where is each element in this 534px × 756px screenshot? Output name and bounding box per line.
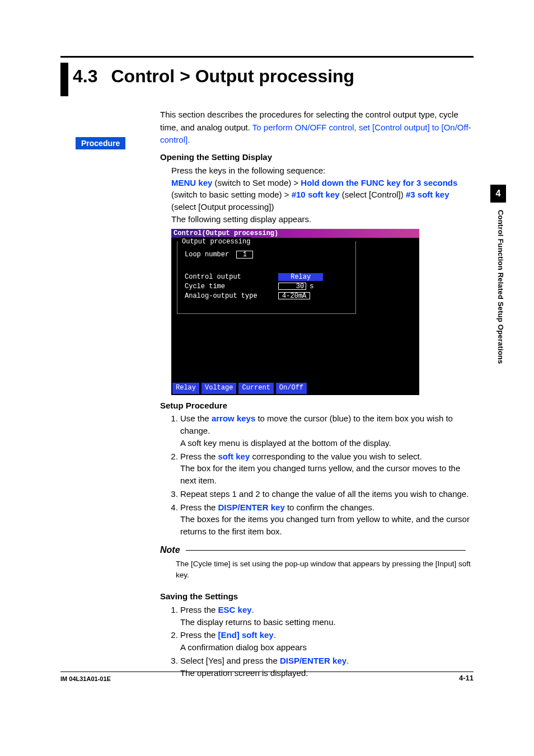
step-text: Use the bbox=[180, 414, 212, 423]
note-rule bbox=[186, 550, 466, 551]
setup-step-3: Repeat steps 1 and 2 to change the value… bbox=[180, 488, 471, 500]
step-text: Press the bbox=[180, 605, 218, 614]
device-panel-legend: Output processing bbox=[181, 237, 251, 247]
soft-key-label: soft key bbox=[218, 452, 250, 461]
title-bar-decoration bbox=[60, 63, 68, 96]
note-block: Note The [Cycle time] is set using the p… bbox=[160, 543, 471, 580]
note-text: The [Cycle time] is set using the pop-up… bbox=[176, 558, 471, 580]
saving-step-3: Select [Yes] and press the DISP/ENTER ke… bbox=[180, 655, 471, 679]
saving-block: Saving the Settings Press the ESC key. T… bbox=[160, 590, 471, 679]
page: 4 Control Function Related Setup Operati… bbox=[0, 0, 534, 756]
control-output-value[interactable]: Relay bbox=[278, 273, 323, 281]
device-titlebar: Control(Output processing) bbox=[171, 229, 419, 238]
saving-list: Press the ESC key. The display returns t… bbox=[170, 604, 471, 679]
note-heading: Note bbox=[160, 543, 180, 556]
procedure-label: Procedure bbox=[76, 137, 125, 149]
step-text: Press the bbox=[180, 630, 218, 640]
seq-text-2: (switch to basic setting mode) > bbox=[171, 190, 292, 199]
step-text: The boxes for the items you changed turn… bbox=[180, 514, 470, 536]
footer-rule bbox=[60, 672, 474, 672]
step-text: Press the bbox=[180, 503, 218, 512]
seq-text-3: (select [Control]) bbox=[340, 190, 406, 199]
row-cycle-time: Cycle time 30s bbox=[185, 282, 323, 292]
side-chapter-tab: 4 bbox=[490, 185, 506, 203]
opening-heading: Opening the Setting Display bbox=[160, 151, 471, 163]
footer-doc-id: IM 04L31A01-01E bbox=[60, 675, 111, 682]
saving-step-1: Press the ESC key. The display returns t… bbox=[180, 604, 471, 628]
opening-key-sequence: MENU key (switch to Set mode) > Hold dow… bbox=[171, 177, 471, 213]
end-softkey-label: [End] soft key bbox=[218, 630, 274, 640]
setup-procedure-heading: Setup Procedure bbox=[160, 400, 471, 412]
softkey-current[interactable]: Current bbox=[238, 383, 273, 393]
intro-paragraph: This section describes the procedures fo… bbox=[160, 109, 472, 147]
top-rule bbox=[60, 56, 474, 58]
menu-key-label: MENU key bbox=[171, 178, 212, 187]
row-control-output: Control output Relay bbox=[185, 273, 323, 282]
footer-page-number: 4-11 bbox=[459, 674, 474, 682]
step-text: A soft key menu is displayed at the bott… bbox=[180, 438, 391, 448]
loop-number-value[interactable]: 1 bbox=[236, 251, 253, 259]
softkey-voltage[interactable]: Voltage bbox=[202, 383, 236, 393]
step-text: corresponding to the value you wish to s… bbox=[250, 452, 422, 461]
arrow-keys-label: arrow keys bbox=[212, 414, 255, 423]
side-chapter-caption: Control Function Related Setup Operation… bbox=[496, 210, 505, 364]
step-text: The operation screen is displayed. bbox=[180, 668, 308, 678]
setup-step-4: Press the DISP/ENTER key to confirm the … bbox=[180, 501, 471, 538]
disp-enter-key-label: DISP/ENTER key bbox=[218, 503, 285, 512]
saving-step-2: Press the [End] soft key. A confirmation… bbox=[180, 629, 471, 654]
softkey-10-label: #10 soft key bbox=[292, 190, 340, 199]
softkey-onoff[interactable]: On/Off bbox=[276, 383, 307, 393]
section-title-row: 4.3 Control > Output processing bbox=[60, 63, 354, 96]
row-label: Cycle time bbox=[185, 282, 274, 292]
opening-result-text: The following setting display appears. bbox=[171, 213, 471, 226]
step-text: Select [Yes] and press the bbox=[180, 656, 280, 665]
setup-step-1: Use the arrow keys to move the cursor (b… bbox=[180, 412, 471, 449]
step-text: Repeat steps 1 and 2 to change the value… bbox=[180, 489, 469, 499]
step-text: Press the bbox=[180, 452, 218, 461]
step-text: . bbox=[252, 605, 254, 614]
setup-procedure-list: Use the arrow keys to move the cursor (b… bbox=[170, 412, 471, 538]
esc-key-label: ESC key bbox=[218, 605, 252, 614]
step-text: The box for the item you changed turns y… bbox=[180, 463, 460, 485]
opening-sequence-intro: Press the keys in the following sequence… bbox=[171, 165, 471, 177]
row-label: Analog-output type bbox=[185, 292, 274, 301]
step-text: . bbox=[346, 656, 349, 665]
func-key-label: Hold down the FUNC key for 3 seconds bbox=[301, 178, 457, 187]
step-text: to confirm the changes. bbox=[285, 503, 374, 512]
saving-heading: Saving the Settings bbox=[160, 590, 471, 603]
step-text: The display returns to basic setting men… bbox=[180, 617, 336, 627]
softkey-3-label: #3 soft key bbox=[406, 190, 449, 199]
loop-number-row: Loop number 1 bbox=[185, 250, 253, 260]
step-text: A confirmation dialog box appears bbox=[180, 642, 307, 652]
device-softkey-bar: Relay Voltage Current On/Off bbox=[172, 383, 307, 393]
row-analog-output: Analog-output type 4-20mA bbox=[185, 292, 323, 301]
softkey-relay[interactable]: Relay bbox=[172, 383, 199, 393]
loop-number-label: Loop number bbox=[185, 251, 229, 259]
section-title: Control > Output processing bbox=[111, 63, 354, 96]
cycle-time-unit: s bbox=[310, 283, 313, 290]
setup-step-2: Press the soft key corresponding to the … bbox=[180, 450, 471, 487]
seq-text-1: (switch to Set mode) > bbox=[212, 178, 301, 187]
step-text: . bbox=[274, 630, 276, 640]
analog-output-value[interactable]: 4-20mA bbox=[278, 292, 310, 299]
device-setting-rows: Control output Relay Cycle time 30s Anal… bbox=[185, 273, 323, 301]
disp-enter-key-label: DISP/ENTER key bbox=[280, 656, 346, 665]
body-column: Opening the Setting Display Press the ke… bbox=[160, 151, 471, 683]
device-screenshot: Control(Output processing) Output proces… bbox=[171, 229, 419, 395]
cycle-time-value[interactable]: 30 bbox=[278, 283, 306, 290]
seq-text-4: (select [Output processing]) bbox=[171, 202, 274, 212]
row-label: Control output bbox=[185, 273, 274, 282]
section-number: 4.3 bbox=[73, 63, 97, 96]
